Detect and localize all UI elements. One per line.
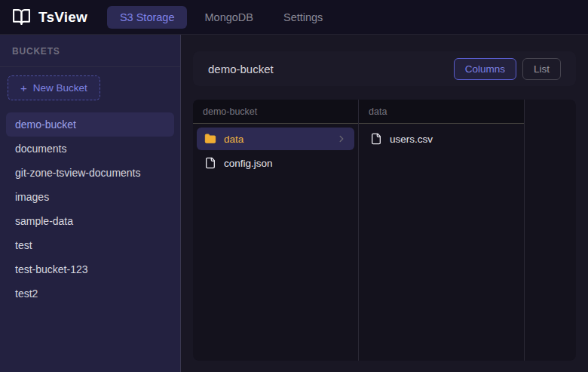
browser-row-config-json[interactable]: config.json bbox=[197, 152, 354, 174]
buckets-sidebar: BUCKETS + New Bucket demo-bucketdocument… bbox=[0, 35, 181, 372]
nav-tab-s3-storage[interactable]: S3 Storage bbox=[107, 6, 188, 29]
sidebar-item-demo-bucket[interactable]: demo-bucket bbox=[6, 112, 174, 137]
column-header: demo-bucket bbox=[193, 100, 358, 124]
column-body: data config.json bbox=[193, 124, 358, 178]
bucket-title: demo-bucket bbox=[208, 63, 274, 75]
chevron-right-icon bbox=[336, 134, 347, 144]
browser-row-users-csv[interactable]: users.csv bbox=[363, 128, 520, 150]
plus-icon: + bbox=[20, 82, 27, 94]
file-icon bbox=[204, 157, 216, 169]
nav-tab-mongodb[interactable]: MongoDB bbox=[191, 6, 265, 29]
sidebar-item-test[interactable]: test bbox=[6, 233, 174, 257]
browser-column-1: demo-bucket data config.json bbox=[193, 100, 359, 361]
file-icon bbox=[370, 133, 382, 145]
new-bucket-wrap: + New Bucket bbox=[0, 67, 180, 105]
browser-row-data[interactable]: data bbox=[197, 128, 354, 150]
main-panel: demo-bucket ColumnsList demo-bucket data… bbox=[181, 35, 588, 372]
bucket-header-card: demo-bucket ColumnsList bbox=[193, 51, 576, 86]
app-title: TsView bbox=[38, 9, 87, 26]
browser-column-2: data users.csv bbox=[359, 100, 525, 361]
content-area: BUCKETS + New Bucket demo-bucketdocument… bbox=[0, 35, 588, 372]
nav-tabs: S3 StorageMongoDBSettings bbox=[107, 6, 335, 29]
sidebar-section-title: BUCKETS bbox=[0, 35, 180, 67]
sidebar-item-images[interactable]: images bbox=[6, 185, 174, 209]
bucket-list: demo-bucketdocumentsgit-zone-tsview-docu… bbox=[0, 105, 180, 313]
book-open-icon bbox=[12, 8, 31, 26]
row-label: users.csv bbox=[390, 134, 433, 145]
new-bucket-label: New Bucket bbox=[33, 82, 87, 94]
nav-tab-settings[interactable]: Settings bbox=[271, 6, 335, 29]
view-button-columns[interactable]: Columns bbox=[454, 58, 516, 80]
top-navbar: TsView S3 StorageMongoDBSettings bbox=[0, 0, 588, 35]
view-toggle: ColumnsList bbox=[454, 58, 561, 80]
file-browser-panel: demo-bucket data config.json data users.… bbox=[193, 100, 576, 361]
sidebar-item-test-bucket-123[interactable]: test-bucket-123 bbox=[6, 257, 174, 281]
sidebar-item-documents[interactable]: documents bbox=[6, 137, 174, 161]
view-button-list[interactable]: List bbox=[522, 58, 561, 80]
app-logo: TsView bbox=[12, 8, 87, 26]
row-label: config.json bbox=[224, 158, 273, 169]
column-header: data bbox=[359, 100, 524, 124]
new-bucket-button[interactable]: + New Bucket bbox=[8, 75, 100, 100]
column-body: users.csv bbox=[359, 124, 524, 154]
sidebar-item-git-zone-tsview-documents[interactable]: git-zone-tsview-documents bbox=[6, 161, 174, 185]
sidebar-item-test2[interactable]: test2 bbox=[6, 281, 174, 306]
sidebar-item-sample-data[interactable]: sample-data bbox=[6, 209, 174, 233]
folder-icon bbox=[204, 133, 216, 145]
row-label: data bbox=[224, 134, 243, 145]
